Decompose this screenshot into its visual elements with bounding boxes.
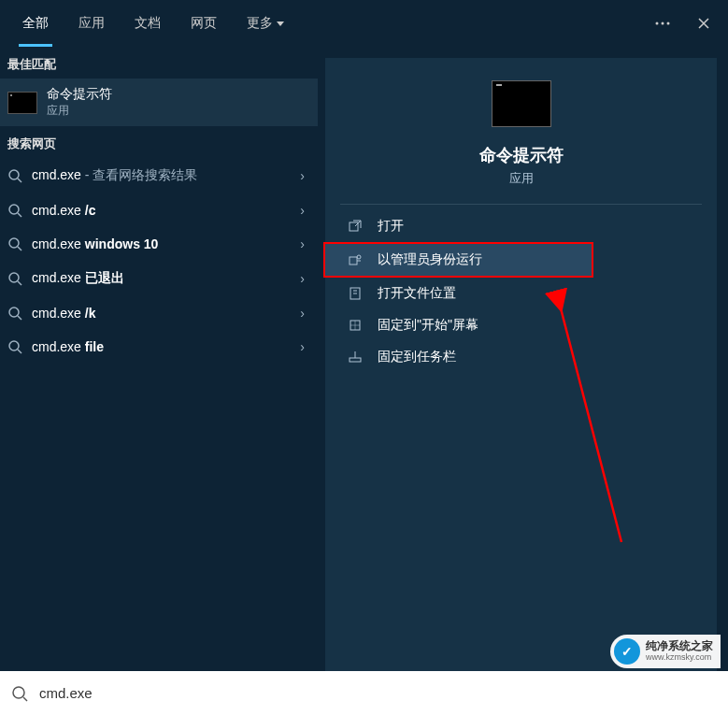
pin-taskbar-icon	[348, 350, 363, 365]
svg-point-6	[9, 273, 19, 282]
svg-rect-10	[350, 257, 357, 265]
svg-point-2	[667, 22, 670, 25]
action-label: 打开	[378, 218, 404, 235]
web-result-row[interactable]: cmd.exe file ›	[0, 330, 318, 364]
search-icon	[7, 168, 22, 183]
chevron-right-icon: ›	[294, 168, 310, 183]
tab-more[interactable]: 更多	[232, 0, 299, 47]
folder-icon	[348, 286, 363, 301]
best-match-title: 命令提示符	[47, 86, 112, 103]
web-result-row[interactable]: cmd.exe 已退出 ›	[0, 261, 318, 296]
tab-docs[interactable]: 文档	[120, 0, 176, 47]
action-pin-taskbar[interactable]: 固定到任务栏	[325, 341, 717, 373]
web-result-text: cmd.exe /k	[32, 306, 285, 321]
web-result-text: cmd.exe - 查看网络搜索结果	[32, 167, 285, 184]
web-result-row[interactable]: cmd.exe - 查看网络搜索结果 ›	[0, 158, 318, 193]
action-list: 打开 以管理员身份运行 打开文件位置 固定到"开始"屏幕 固定到任务栏	[325, 205, 717, 373]
more-options-button[interactable]	[646, 7, 679, 40]
action-label: 打开文件位置	[378, 285, 456, 302]
main-content: 最佳匹配 命令提示符 应用 搜索网页 cmd.exe - 查看网络搜索结果 › …	[0, 47, 728, 671]
open-icon	[348, 219, 363, 234]
svg-point-7	[9, 307, 19, 317]
cmd-large-icon	[492, 80, 551, 127]
header-bar: 全部 应用 文档 网页 更多	[0, 0, 728, 47]
web-result-text: cmd.exe 已退出	[32, 270, 285, 287]
tab-web[interactable]: 网页	[176, 0, 232, 47]
web-result-text: cmd.exe /c	[32, 203, 285, 218]
action-open[interactable]: 打开	[325, 210, 717, 242]
action-pin-start[interactable]: 固定到"开始"屏幕	[325, 309, 717, 341]
search-bar	[0, 671, 728, 715]
chevron-right-icon: ›	[294, 339, 310, 354]
web-result-row[interactable]: cmd.exe /k ›	[0, 296, 318, 330]
detail-hero: 命令提示符 应用	[325, 58, 717, 204]
chevron-right-icon: ›	[294, 236, 310, 251]
best-match-item[interactable]: 命令提示符 应用	[0, 79, 318, 126]
svg-rect-9	[350, 222, 358, 231]
svg-point-1	[662, 22, 664, 25]
detail-subtitle: 应用	[509, 170, 534, 187]
action-label: 以管理员身份运行	[378, 251, 482, 268]
search-icon	[7, 271, 22, 286]
action-label: 固定到"开始"屏幕	[378, 317, 478, 334]
search-input[interactable]	[39, 685, 717, 701]
filter-tabs: 全部 应用 文档 网页 更多	[7, 0, 299, 47]
svg-point-3	[9, 170, 19, 179]
detail-title: 命令提示符	[479, 144, 564, 166]
svg-point-4	[9, 205, 19, 214]
results-panel: 最佳匹配 命令提示符 应用 搜索网页 cmd.exe - 查看网络搜索结果 › …	[0, 47, 318, 671]
best-match-header: 最佳匹配	[0, 47, 318, 79]
close-button[interactable]	[687, 7, 721, 40]
search-icon	[7, 236, 22, 251]
cmd-icon	[7, 92, 37, 114]
svg-point-16	[13, 687, 24, 698]
action-label: 固定到任务栏	[378, 349, 456, 365]
web-result-row[interactable]: cmd.exe windows 10 ›	[0, 227, 318, 261]
web-result-text: cmd.exe file	[32, 339, 285, 354]
web-result-text: cmd.exe windows 10	[32, 236, 285, 251]
tab-all[interactable]: 全部	[7, 0, 64, 47]
admin-icon	[348, 252, 363, 267]
tab-more-label: 更多	[247, 15, 273, 32]
search-icon	[11, 685, 28, 702]
chevron-right-icon: ›	[294, 306, 310, 321]
best-match-subtitle: 应用	[47, 103, 112, 119]
chevron-right-icon: ›	[294, 203, 310, 218]
svg-point-8	[9, 341, 19, 350]
best-match-text: 命令提示符 应用	[47, 86, 112, 119]
chevron-right-icon: ›	[294, 271, 310, 286]
search-icon	[7, 339, 22, 354]
watermark-text: 纯净系统之家 www.kzmsky.com	[646, 640, 713, 662]
search-icon	[7, 203, 22, 218]
svg-point-5	[9, 238, 19, 248]
web-result-row[interactable]: cmd.exe /c ›	[0, 193, 318, 227]
pin-start-icon	[348, 318, 363, 333]
tab-apps[interactable]: 应用	[64, 0, 120, 47]
detail-panel: 命令提示符 应用 打开 以管理员身份运行 打开文件位置 固定到"开始"屏幕	[325, 58, 717, 671]
chevron-down-icon	[277, 21, 284, 26]
header-actions	[646, 7, 721, 40]
search-web-header: 搜索网页	[0, 126, 318, 158]
svg-point-0	[656, 22, 659, 25]
svg-point-11	[357, 255, 361, 259]
action-run-as-admin[interactable]: 以管理员身份运行	[323, 242, 593, 278]
watermark-logo-icon: ✓	[614, 638, 640, 665]
svg-rect-14	[350, 358, 361, 362]
search-icon	[7, 306, 22, 321]
action-open-location[interactable]: 打开文件位置	[325, 278, 717, 309]
watermark: ✓ 纯净系统之家 www.kzmsky.com	[610, 635, 721, 668]
